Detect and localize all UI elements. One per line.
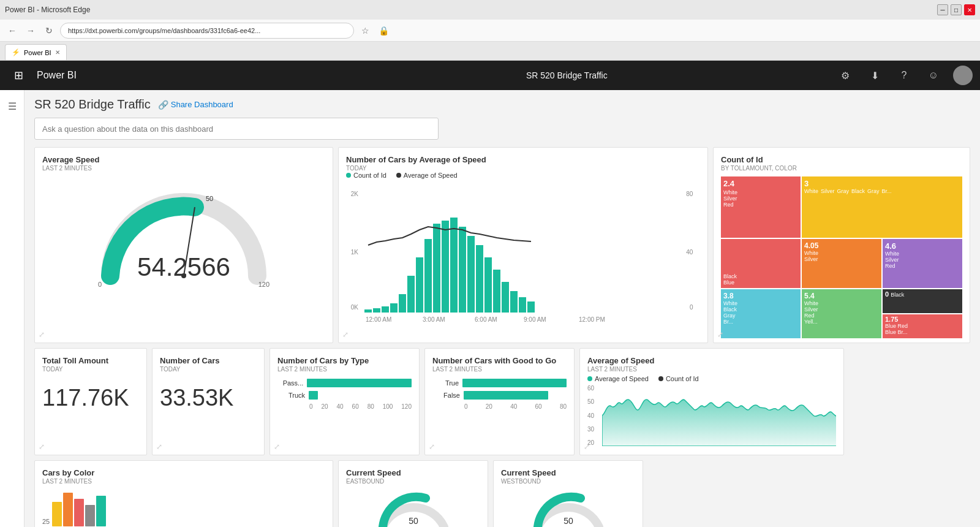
back-button[interactable]: ← [5, 23, 20, 38]
expand-icon-4[interactable]: ⤢ [39, 442, 45, 451]
tm-val-7: 5.4 [804, 292, 815, 300]
hbar-pass: Pass... [277, 379, 412, 387]
expand-icon-5[interactable]: ⤢ [156, 442, 162, 451]
window-controls: ─ □ ✕ [937, 4, 975, 15]
hamburger-icon[interactable]: ☰ [1, 95, 23, 117]
row-1: Average Speed LAST 2 MINUTES [34, 147, 970, 343]
tile-numcars-title: Number of Cars [160, 356, 257, 365]
color-value: 25 [42, 518, 50, 525]
browser-title: Power BI - Microsoft Edge [5, 6, 90, 14]
west-gauge-svg: 50 [532, 487, 605, 527]
svg-rect-17 [433, 224, 440, 313]
tab-label: Power BI [24, 49, 51, 56]
tile-speed-east[interactable]: Current Speed EASTBOUND 50 ⤢ [338, 460, 488, 527]
expand-icon-2[interactable]: ⤢ [342, 330, 349, 339]
tm-val-4: 4.05 [804, 241, 818, 250]
line-legend-speed: Average of Speed [587, 375, 649, 382]
expand-icon-7[interactable]: ⤢ [429, 442, 435, 451]
svg-text:3:00 AM: 3:00 AM [423, 316, 445, 323]
type-bars: Pass... Truck [277, 379, 412, 400]
lock-icon: 🔒 [376, 23, 391, 38]
svg-text:80: 80 [686, 191, 693, 197]
svg-rect-13 [399, 294, 406, 313]
tile-count-id[interactable]: Count of Id BY TOLLAMOUNT, COLOR 2.4 Whi… [713, 147, 970, 343]
feedback-icon[interactable]: ☺ [924, 66, 943, 85]
help-icon[interactable]: ? [894, 66, 914, 85]
gauge-max: 120 [258, 281, 270, 288]
tm-label-red: Red [723, 202, 798, 208]
url-input[interactable] [60, 23, 354, 39]
share-icon: 🔗 [158, 100, 168, 110]
tm-cell-9: 1.75 Blue RedBlue Br... [883, 314, 962, 338]
line-legend-count: Count of Id [658, 375, 699, 382]
tm-val-6: 3.8 [723, 292, 734, 300]
expand-icon-8[interactable]: ⤢ [584, 442, 590, 451]
bar-teal [96, 496, 106, 526]
svg-rect-25 [502, 282, 509, 313]
tile-west-subtitle: WESTBOUND [501, 478, 635, 485]
title-bar: Power BI - Microsoft Edge ─ □ ✕ [0, 0, 980, 20]
svg-rect-11 [382, 306, 389, 313]
tile-total-toll[interactable]: Total Toll Amount TODAY 117.76K ⤢ [34, 348, 147, 455]
star-button[interactable]: ☆ [358, 23, 372, 38]
main-content: SR 520 Bridge Traffic 🔗 Share Dashboard … [24, 90, 980, 527]
legend-dot-speed [396, 173, 401, 178]
east-gauge: 50 [346, 487, 480, 527]
tile-cars-by-type[interactable]: Number of Cars by Type LAST 2 MINUTES Pa… [270, 348, 420, 455]
top-nav: ⊞ Power BI SR 520 Bridge Traffic ⚙ ⬇ ? ☺ [0, 61, 980, 90]
browser-tab[interactable]: ⚡ Power BI ✕ [5, 44, 67, 60]
east-gauge-svg: 50 [377, 487, 450, 527]
expand-icon-3[interactable]: ⤢ [717, 330, 723, 339]
line-legend: Average of Speed Count of Id [587, 375, 836, 382]
tile-toll-title: Total Toll Amount [42, 356, 139, 365]
tm-val-1: 2.4 [723, 179, 798, 188]
user-avatar[interactable] [953, 66, 973, 85]
maximize-btn[interactable]: □ [951, 4, 962, 15]
minimize-btn[interactable]: ─ [937, 4, 948, 15]
share-button[interactable]: 🔗 Share Dashboard [158, 100, 233, 110]
svg-text:50: 50 [409, 516, 418, 526]
tab-close-btn[interactable]: ✕ [55, 49, 60, 56]
tm-sub-7: WhiteSilverRedYell... [804, 300, 879, 325]
refresh-button[interactable]: ↻ [42, 23, 56, 38]
tile-speed-west[interactable]: Current Speed WESTBOUND 50 ⤢ [493, 460, 643, 527]
treemap: 2.4 White Silver Red 3 WhiteSilverGrayBl… [721, 176, 962, 342]
tile-cars-by-speed[interactable]: Number of Cars by Average of Speed TODAY… [338, 147, 708, 343]
svg-text:40: 40 [686, 249, 693, 256]
svg-rect-24 [493, 270, 500, 313]
settings-icon[interactable]: ⚙ [835, 66, 855, 85]
tab-bar: ⚡ Power BI ✕ [0, 42, 980, 60]
svg-text:0: 0 [690, 304, 693, 311]
expand-icon[interactable]: ⤢ [39, 330, 45, 339]
close-btn[interactable]: ✕ [964, 4, 975, 15]
tm-val-2: 3 [804, 179, 960, 188]
svg-rect-12 [390, 303, 398, 313]
hbar-pass-label: Pass... [277, 379, 303, 387]
tile-cars-by-color[interactable]: Cars by Color LAST 2 MINUTES 25 [34, 460, 333, 527]
tm-cell-8: 0 Black [883, 289, 962, 313]
tm-cell-6: 3.8 WhiteBlackGrayBr... [721, 289, 801, 338]
tile-avgspeed-title: Average of Speed [587, 356, 836, 365]
tile-avg-speed-line[interactable]: Average of Speed LAST 2 MINUTES Average … [579, 348, 844, 455]
tile-good-to-go[interactable]: Number of Cars with Good to Go LAST 2 MI… [424, 348, 575, 455]
download-icon[interactable]: ⬇ [865, 66, 884, 85]
nav-icons: ⚙ ⬇ ? ☺ [835, 66, 973, 85]
tile-num-cars[interactable]: Number of Cars TODAY 33.53K ⤢ [152, 348, 265, 455]
share-label: Share Dashboard [171, 100, 233, 109]
tm-small-group: 0 Black 1.75 Blue RedBlue Br... [883, 289, 962, 338]
svg-text:0K: 0K [351, 304, 359, 311]
app-grid-button[interactable]: ⊞ [7, 64, 29, 86]
tm-label-silver: Silver [723, 195, 798, 202]
qa-input[interactable] [34, 118, 439, 140]
bar-chart-area: 2K 1K 0K 80 40 0 [346, 184, 700, 319]
expand-icon-6[interactable]: ⤢ [274, 442, 280, 451]
tile-average-speed[interactable]: Average Speed LAST 2 MINUTES [34, 147, 333, 343]
line-label-speed: Average of Speed [595, 375, 649, 382]
tm-l1: Black [723, 273, 798, 279]
tm-l-white: White [885, 251, 960, 257]
tm-l2: Blue [723, 279, 798, 286]
forward-button[interactable]: → [23, 23, 38, 38]
tm-sublabels: WhiteSilverGrayBlackGrayBr... [804, 188, 960, 194]
tile-avgspeed-subtitle: LAST 2 MINUTES [587, 366, 836, 373]
tm-l-red2: Red [885, 263, 960, 269]
